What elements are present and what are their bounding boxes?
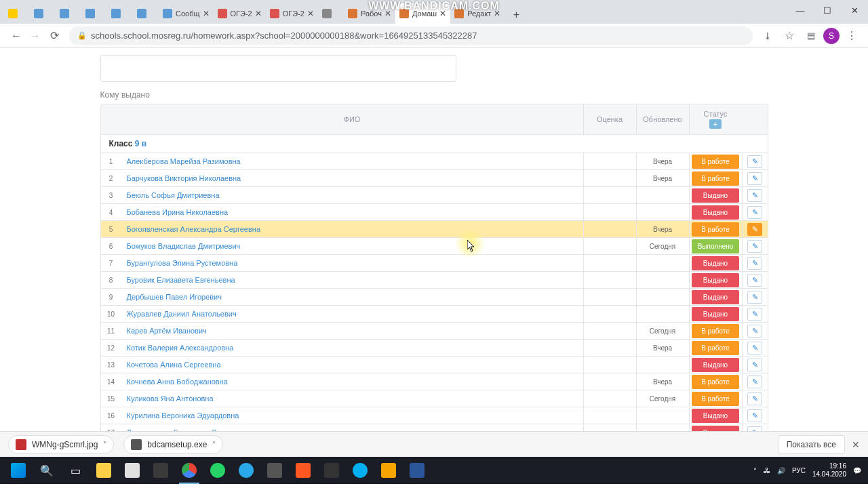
student-name-link[interactable]: Лаврентьева Екатерина Валерьевна: [121, 424, 583, 431]
tab-close-icon[interactable]: ✕: [384, 9, 391, 18]
taskbar-app[interactable]: [317, 457, 346, 484]
edit-button[interactable]: ✎: [747, 426, 762, 432]
page-viewport[interactable]: Кому выдано ФИО Оценка Обновлено Статус …: [0, 48, 868, 431]
student-name-link[interactable]: Журавлев Даниил Анатольевич: [121, 306, 583, 322]
class-group-row: Класс 9 в: [101, 134, 768, 152]
tab-close-icon[interactable]: ✕: [307, 9, 314, 18]
student-name-link[interactable]: Куликова Яна Антоновна: [121, 390, 583, 407]
edit-button[interactable]: ✎: [747, 189, 762, 202]
edit-button[interactable]: ✎: [747, 359, 762, 371]
bookmark-icon[interactable]: ☆: [780, 26, 799, 45]
start-button[interactable]: [4, 457, 33, 484]
edit-button[interactable]: ✎: [747, 409, 762, 422]
tray-notifications-icon[interactable]: 💬: [853, 467, 861, 474]
grade-cell: [583, 424, 636, 431]
browser-tab[interactable]: [81, 3, 107, 24]
edit-button[interactable]: ✎: [747, 172, 762, 185]
student-name-link[interactable]: Карев Артём Иванович: [121, 323, 583, 339]
edit-button[interactable]: ✎: [747, 257, 762, 270]
edit-button[interactable]: ✎: [747, 375, 762, 388]
taskbar-explorer[interactable]: [90, 457, 118, 484]
browser-tab[interactable]: Домаш✕: [395, 3, 450, 24]
student-name-link[interactable]: Алекберова Марейза Разимовна: [121, 153, 583, 169]
class-link[interactable]: 9 в: [135, 139, 146, 148]
nav-forward-button[interactable]: →: [26, 26, 45, 45]
window-minimize[interactable]: —: [787, 0, 814, 20]
updated-cell: [636, 424, 689, 431]
menu-button[interactable]: ⋮: [842, 26, 861, 45]
student-name-link[interactable]: Котик Валерия Александровна: [121, 340, 583, 356]
tab-close-icon[interactable]: ✕: [203, 9, 210, 18]
window-maximize[interactable]: ☐: [814, 0, 841, 20]
student-name-link[interactable]: Божуков Владислав Дмитриевич: [121, 238, 583, 254]
edit-button[interactable]: ✎: [747, 155, 762, 168]
task-view-button[interactable]: ▭: [61, 457, 90, 484]
downloads-icon[interactable]: ⤓: [758, 26, 777, 45]
tray-language[interactable]: РУС: [792, 467, 806, 474]
profile-avatar[interactable]: S: [823, 28, 840, 44]
browser-tab[interactable]: ОГЭ-2✕: [214, 3, 266, 24]
nav-reload-button[interactable]: ⟳: [45, 26, 64, 45]
taskbar-whatsapp[interactable]: [203, 457, 232, 484]
edit-button[interactable]: ✎: [747, 308, 762, 321]
status-filter-icon[interactable]: +: [709, 119, 722, 129]
download-item[interactable]: WMNg-gScmrl.jpg˄: [8, 435, 114, 454]
taskbar-app[interactable]: [289, 457, 317, 484]
edit-button[interactable]: ✎: [747, 342, 762, 354]
student-name-link[interactable]: Барчукова Виктория Николаевна: [121, 170, 583, 186]
tab-close-icon[interactable]: ✕: [255, 9, 262, 18]
browser-tab[interactable]: Сообщ✕: [159, 3, 214, 24]
tab-close-icon[interactable]: ✕: [439, 9, 446, 18]
browser-tab[interactable]: [30, 3, 56, 24]
taskbar-app[interactable]: [260, 457, 289, 484]
student-name-link[interactable]: Богоявленская Александра Сергеевна: [121, 221, 583, 237]
taskbar-skype[interactable]: [346, 457, 374, 484]
student-name-link[interactable]: Курилина Вероника Эдуардовна: [121, 407, 583, 424]
search-button[interactable]: 🔍: [33, 457, 61, 484]
chevron-up-icon[interactable]: ˄: [103, 441, 106, 448]
edit-button[interactable]: ✎: [747, 291, 762, 304]
downloads-close[interactable]: ✕: [852, 439, 860, 450]
edit-button[interactable]: ✎: [747, 206, 762, 219]
student-name-link[interactable]: Буровик Елизавета Евгеньевна: [121, 272, 583, 288]
browser-tab[interactable]: Рабоч✕: [344, 3, 395, 24]
table-row: 13Кочетова Алина СергеевнаВыдано✎: [101, 356, 768, 373]
tab-close-icon[interactable]: ✕: [494, 9, 500, 18]
window-close[interactable]: ✕: [841, 0, 868, 20]
edit-button[interactable]: ✎: [747, 392, 762, 405]
tray-chevron-icon[interactable]: ˄: [753, 467, 757, 474]
browser-tab[interactable]: ОГЭ-2✕: [266, 3, 318, 24]
student-name-link[interactable]: Кочетова Алина Сергеевна: [121, 357, 583, 373]
taskbar-word[interactable]: [403, 457, 431, 484]
taskbar-app[interactable]: [146, 457, 175, 484]
reader-icon[interactable]: ▤: [802, 26, 821, 45]
student-name-link[interactable]: Дербышев Павел Игоревич: [121, 289, 583, 305]
student-name-link[interactable]: Бобанева Ирина Николаевна: [121, 204, 583, 220]
student-name-link[interactable]: Кочнева Анна Бободжановна: [121, 373, 583, 390]
edit-button[interactable]: ✎: [747, 274, 762, 287]
browser-tab[interactable]: [107, 3, 133, 24]
tray-clock[interactable]: 19:16 14.04.2020: [812, 462, 846, 479]
browser-tab[interactable]: [4, 3, 30, 24]
edit-button[interactable]: ✎: [747, 325, 762, 338]
browser-tab[interactable]: [318, 3, 344, 24]
taskbar-telegram[interactable]: [232, 457, 260, 484]
edit-button[interactable]: ✎: [747, 223, 762, 236]
tray-network-icon[interactable]: 🖧: [764, 467, 770, 474]
new-tab-button[interactable]: +: [507, 6, 525, 24]
browser-tab[interactable]: [56, 3, 81, 24]
browser-tab[interactable]: [133, 3, 159, 24]
student-name-link[interactable]: Бурангулова Элина Рустемовна: [121, 255, 583, 271]
taskbar-app[interactable]: [118, 457, 146, 484]
tray-volume-icon[interactable]: 🔊: [777, 467, 785, 474]
taskbar-app[interactable]: [374, 457, 403, 484]
download-item[interactable]: bdcamsetup.exe˄: [123, 435, 223, 454]
student-name-link[interactable]: Беюль Софья Дмитриевна: [121, 187, 583, 203]
address-bar[interactable]: 🔒 schools.school.mosreg.ru/homework.aspx…: [69, 26, 753, 45]
browser-tab[interactable]: Редакт✕: [450, 3, 505, 24]
taskbar-chrome[interactable]: [175, 457, 203, 484]
nav-back-button[interactable]: ←: [7, 26, 26, 45]
chevron-up-icon[interactable]: ˄: [212, 441, 216, 448]
edit-button[interactable]: ✎: [747, 240, 762, 253]
downloads-show-all[interactable]: Показать все: [778, 435, 845, 454]
